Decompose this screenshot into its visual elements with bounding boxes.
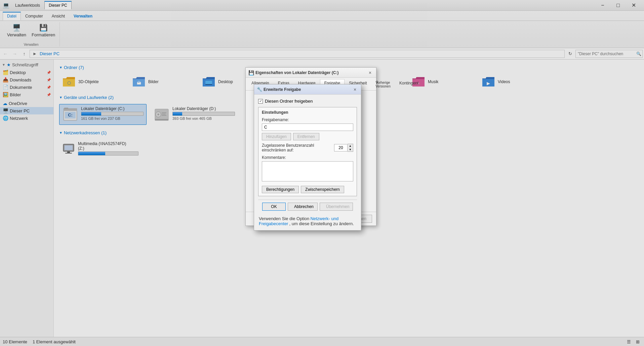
advanced-ok-button[interactable]: OK <box>262 203 286 211</box>
user-limit-row: Zugelassene Benutzeranzahl einschränken … <box>262 143 353 152</box>
share-folder-checkbox[interactable]: ✓ <box>258 99 263 104</box>
comment-label: Kommentare: <box>262 155 353 160</box>
properties-tab-versionen[interactable]: Vorherige Versionen <box>371 79 395 90</box>
advanced-apply-button[interactable]: Übernehmen <box>320 203 353 211</box>
checkbox-check-icon: ✓ <box>259 99 262 103</box>
advanced-title-icon: 🔧 <box>257 87 262 92</box>
add-share-button[interactable]: Hinzufügen <box>262 133 291 140</box>
advanced-title: Erweiterte Freigabe <box>264 87 350 92</box>
comment-textarea[interactable] <box>262 161 353 181</box>
spinner-up-button[interactable]: ▲ <box>348 144 353 148</box>
user-limit-input[interactable] <box>334 144 348 151</box>
share-name-label: Freigabename: <box>262 117 353 122</box>
settings-group-title: Einstellungen <box>262 110 353 115</box>
dialog-advanced-sharing: 🔧 Erweiterte Freigabe × ✓ Diesen Ordner … <box>254 84 361 231</box>
advanced-note: Verwenden Sie die Option Netzwerk- und F… <box>258 216 357 226</box>
spinner-buttons: ▲ ▼ <box>348 144 353 152</box>
share-name-input[interactable] <box>262 124 353 131</box>
share-folder-row: ✓ Diesen Ordner freigeben <box>258 99 357 104</box>
user-limit-spinner: ▲ ▼ <box>334 144 353 152</box>
cache-button[interactable]: Zwischenspeichern <box>301 186 344 193</box>
note-suffix: , um diese Einstellung zu ändern. <box>289 221 354 226</box>
properties-title-icon: 💾 <box>248 70 254 75</box>
settings-group: Einstellungen Freigabename: Hinzufügen E… <box>258 107 357 196</box>
advanced-titlebar: 🔧 Erweiterte Freigabe × <box>254 84 361 95</box>
share-name-btns: Hinzufügen Entfernen <box>262 133 353 140</box>
properties-tab-kontingent[interactable]: Kontingent <box>395 79 423 90</box>
advanced-content: ✓ Diesen Ordner freigeben Einstellungen … <box>254 95 361 230</box>
properties-titlebar: 💾 Eigenschaften von Lokaler Datenträger … <box>246 68 376 78</box>
note-text: Verwenden Sie die Option <box>259 216 309 221</box>
share-folder-label: Diesen Ordner freigeben <box>265 99 313 104</box>
advanced-cancel-button[interactable]: Abbrechen <box>288 203 318 211</box>
user-limit-label: Zugelassene Benutzeranzahl einschränken … <box>262 143 332 152</box>
advanced-footer: OK Abbrechen Übernehmen <box>258 200 357 213</box>
permissions-button[interactable]: Berechtigungen <box>262 186 299 193</box>
properties-title: Eigenschaften von Lokaler Datenträger (C… <box>255 70 365 75</box>
remove-share-button[interactable]: Entfernen <box>293 133 319 140</box>
properties-close-button[interactable]: × <box>367 69 373 76</box>
advanced-close-button[interactable]: × <box>352 86 358 93</box>
spinner-down-button[interactable]: ▼ <box>348 148 353 151</box>
bottom-action-btns: Berechtigungen Zwischenspeichern <box>262 186 353 193</box>
